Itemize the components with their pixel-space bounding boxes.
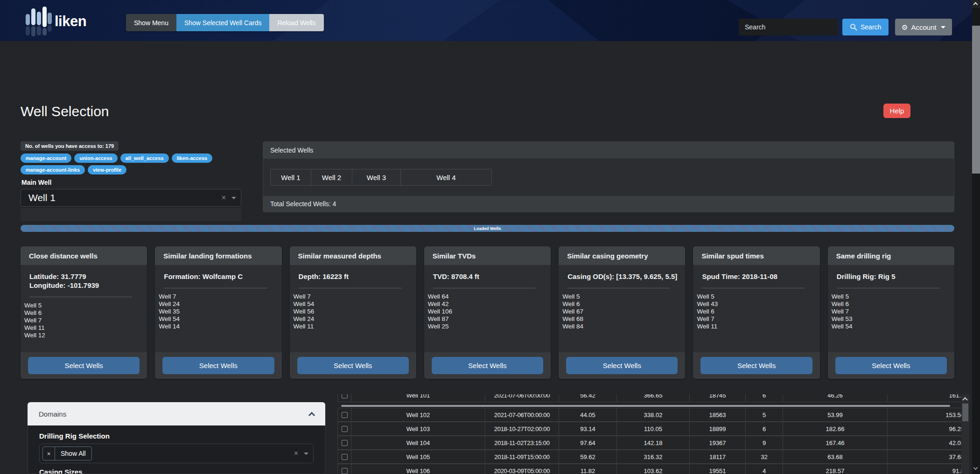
account-button-label: Account bbox=[911, 23, 936, 31]
show-menu-button[interactable]: Show Menu bbox=[126, 14, 176, 31]
search-button-label: Search bbox=[861, 23, 881, 31]
value-cell: 167.46 bbox=[783, 436, 888, 449]
chevron-down-icon[interactable] bbox=[231, 197, 236, 199]
table-row: Well 105 2018-11-09T15:00:00 59.62 316.3… bbox=[337, 450, 961, 464]
value-cell: 103.62 bbox=[617, 464, 690, 474]
row-checkbox[interactable] bbox=[342, 440, 348, 446]
main-well-select[interactable]: Well 1 × bbox=[21, 189, 241, 207]
search-button[interactable]: Search bbox=[842, 19, 889, 35]
chevron-up-icon bbox=[308, 411, 315, 418]
drilling-rig-select[interactable]: × Show All × bbox=[39, 444, 314, 463]
help-button[interactable]: Help bbox=[883, 104, 910, 118]
reload-wells-button[interactable]: Reload Wells bbox=[269, 14, 323, 31]
value-cell: 366.65 bbox=[617, 394, 690, 402]
well-list-item: Well 25 bbox=[428, 323, 543, 330]
well-list-item: Well 14 bbox=[159, 323, 274, 330]
tab-well-4[interactable]: Well 4 bbox=[401, 169, 492, 186]
nav-button-group: Show Menu Show Selected Well Cards Reloa… bbox=[126, 14, 324, 31]
main-well-value: Well 1 bbox=[21, 192, 56, 203]
clear-icon[interactable]: × bbox=[294, 450, 298, 457]
divider bbox=[29, 297, 132, 297]
role-pill[interactable]: liken-access bbox=[172, 153, 212, 163]
page-scrollbar[interactable] bbox=[972, 0, 980, 474]
scroll-down-icon[interactable] bbox=[973, 466, 978, 470]
well-list-item: Well 54 bbox=[832, 323, 947, 330]
select-wells-button[interactable]: Select Wells bbox=[162, 357, 274, 374]
row-checkbox[interactable] bbox=[342, 426, 348, 432]
well-list-item: Well 7 bbox=[294, 293, 409, 300]
value-cell: 6 bbox=[746, 394, 783, 402]
well-list-item: Well 11 bbox=[24, 324, 140, 332]
tab-well-1[interactable]: Well 1 bbox=[270, 169, 311, 186]
value-cell: 5 bbox=[746, 408, 783, 421]
table-scrollbar-thumb[interactable] bbox=[962, 404, 968, 421]
well-list-item: Well 53 bbox=[832, 315, 947, 323]
domains-body: Drilling Rig Selection × Show All × Casi… bbox=[28, 425, 325, 474]
search-icon bbox=[850, 23, 857, 31]
table-row: Well 104 2018-11-02T23:15:00 97.64 142.1… bbox=[337, 436, 961, 450]
value-cell: 18745 bbox=[690, 394, 746, 402]
select-wells-button[interactable]: Select Wells bbox=[835, 357, 947, 374]
page-scrollbar-thumb[interactable] bbox=[972, 26, 980, 174]
row-checkbox[interactable] bbox=[342, 468, 348, 474]
well-name-cell: Well 102 bbox=[351, 408, 485, 421]
chevron-down-icon[interactable] bbox=[304, 453, 308, 455]
access-panel: No. of wells you have access to: 179 man… bbox=[21, 141, 245, 221]
show-all-tag-label: Show All bbox=[55, 447, 91, 460]
gear-icon: ⚙ bbox=[902, 24, 908, 31]
progress-label: Loaded Wells bbox=[474, 226, 501, 231]
well-name-cell: Well 104 bbox=[351, 436, 485, 449]
well-list-item: Well 64 bbox=[428, 293, 543, 300]
table-row: Well 102 2021-07-06T00:00:00 44.05 338.0… bbox=[337, 408, 961, 422]
clear-icon[interactable]: × bbox=[222, 194, 226, 202]
total-selected-wells: Total Selected Wells: 4 bbox=[263, 196, 954, 212]
card-meta: Latitude: 31.7779 Longitude: -101.7939 bbox=[21, 272, 140, 290]
card-meta: Depth: 16223 ft bbox=[290, 272, 409, 281]
role-pill[interactable]: manage-account-links bbox=[21, 165, 85, 174]
tab-well-2[interactable]: Well 2 bbox=[311, 169, 352, 186]
tab-well-3[interactable]: Well 3 bbox=[352, 169, 401, 186]
role-pill[interactable]: manage-account bbox=[21, 153, 71, 163]
value-cell: 11.82 bbox=[559, 464, 617, 474]
select-wells-button[interactable]: Select Wells bbox=[566, 357, 678, 374]
scroll-up-icon[interactable] bbox=[962, 397, 967, 402]
select-wells-button[interactable]: Select Wells bbox=[297, 357, 409, 374]
row-checkbox[interactable] bbox=[342, 394, 348, 398]
show-selected-well-cards-button[interactable]: Show Selected Well Cards bbox=[176, 14, 269, 31]
value-cell: 18117 bbox=[690, 450, 746, 463]
select-wells-button[interactable]: Select Wells bbox=[28, 357, 140, 374]
table-horizontal-scrollbar[interactable] bbox=[341, 405, 950, 407]
search-input[interactable] bbox=[739, 19, 838, 35]
value-cell: 18563 bbox=[690, 408, 746, 421]
value-cell: 161.1 bbox=[888, 394, 961, 402]
select-wells-button[interactable]: Select Wells bbox=[432, 357, 543, 374]
remove-tag-icon[interactable]: × bbox=[43, 447, 55, 460]
main-well-label: Main Well bbox=[21, 179, 245, 186]
value-cell: 91.8 bbox=[888, 464, 961, 474]
card-same-drilling-rig: Same drilling rig Drilling Rig: Rig 5 We… bbox=[828, 246, 954, 379]
well-list-item: Well 42 bbox=[428, 300, 543, 308]
domains-header[interactable]: Domains bbox=[28, 402, 325, 425]
row-checkbox[interactable] bbox=[342, 454, 348, 460]
well-list-item: Well 106 bbox=[428, 308, 543, 315]
well-list-item: Well 24 bbox=[294, 315, 409, 323]
value-cell: 19551 bbox=[690, 464, 746, 474]
well-list-item: Well 67 bbox=[562, 308, 678, 315]
value-cell: 37.68 bbox=[888, 450, 961, 463]
well-list: Well 5 Well 6 Well 7 Well 53 Well 54 bbox=[828, 293, 947, 330]
account-button[interactable]: ⚙ Account bbox=[895, 19, 952, 35]
role-pill[interactable]: view-profile bbox=[88, 165, 126, 174]
value-cell: 59.62 bbox=[559, 450, 617, 463]
table-vertical-scrollbar[interactable] bbox=[961, 394, 969, 474]
table-row: Well 103 2018-10-27T02:00:00 93.14 110.0… bbox=[337, 422, 961, 436]
role-pill[interactable]: union-access bbox=[74, 153, 117, 163]
role-pill[interactable]: all_well_access bbox=[120, 153, 169, 163]
select-wells-button[interactable]: Select Wells bbox=[700, 357, 812, 374]
value-cell: 97.64 bbox=[559, 436, 617, 449]
value-cell: 182.66 bbox=[783, 422, 888, 435]
card-meta: Spud Time: 2018-11-08 bbox=[693, 272, 812, 281]
well-list: Well 5 Well 43 Well 6 Well 7 Well 11 bbox=[693, 293, 812, 330]
table-row: Well 106 2020-03-09T05:00:00 11.82 103.6… bbox=[337, 464, 961, 474]
row-checkbox[interactable] bbox=[342, 412, 348, 418]
brand-logo[interactable]: liken bbox=[26, 7, 86, 35]
